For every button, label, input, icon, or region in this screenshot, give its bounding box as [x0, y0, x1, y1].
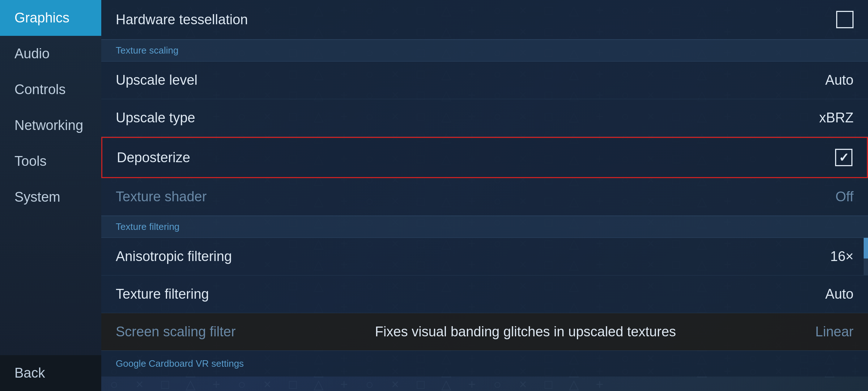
tooltip-text: Fixes visual banding glitches in upscale… — [258, 324, 794, 340]
screen-scaling-filter-row[interactable]: Screen scaling filter Fixes visual bandi… — [101, 313, 868, 350]
scrollbar-thumb[interactable] — [864, 238, 868, 258]
sidebar-item-graphics[interactable]: Graphics — [0, 0, 101, 36]
sidebar-item-audio[interactable]: Audio — [0, 36, 101, 72]
upscale-level-value: Auto — [825, 72, 854, 88]
texture-shader-value: Off — [835, 189, 854, 205]
deposterize-label: Deposterize — [117, 150, 190, 165]
sidebar-item-tools[interactable]: Tools — [0, 143, 101, 179]
deposterize-row[interactable]: Deposterize — [101, 137, 868, 178]
texture-shader-row[interactable]: Texture shader Off — [101, 178, 868, 216]
hardware-tessellation-label: Hardware tessellation — [116, 12, 248, 28]
upscale-type-value: xBRZ — [819, 110, 854, 126]
sidebar-item-networking[interactable]: Networking — [0, 108, 101, 143]
texture-scaling-header: Texture scaling — [101, 39, 868, 62]
texture-filtering-value: Auto — [825, 286, 854, 302]
upscale-level-row[interactable]: Upscale level Auto — [101, 62, 868, 99]
texture-shader-label: Texture shader — [116, 189, 207, 205]
anisotropic-filtering-row[interactable]: Anisotropic filtering 16× — [101, 238, 868, 276]
sidebar: Graphics Audio Controls Networking Tools… — [0, 0, 101, 391]
google-cardboard-header: Google Cardboard VR settings — [101, 350, 868, 377]
sidebar-item-system[interactable]: System — [0, 179, 101, 215]
anisotropic-filtering-value: 16× — [830, 249, 854, 264]
upscale-type-label: Upscale type — [116, 110, 195, 126]
texture-filtering-row[interactable]: Texture filtering Auto — [101, 276, 868, 313]
screen-scaling-filter-value: Linear — [815, 324, 854, 340]
upscale-level-label: Upscale level — [116, 72, 197, 88]
scrollbar-track[interactable] — [864, 238, 868, 275]
screen-scaling-filter-label: Screen scaling filter — [116, 324, 236, 340]
texture-filtering-label: Texture filtering — [116, 286, 209, 302]
sidebar-item-controls[interactable]: Controls — [0, 72, 101, 108]
texture-filtering-header: Texture filtering — [101, 216, 868, 238]
upscale-type-row[interactable]: Upscale type xBRZ — [101, 99, 868, 137]
deposterize-checkbox[interactable] — [835, 149, 852, 166]
anisotropic-filtering-label: Anisotropic filtering — [116, 249, 232, 264]
hardware-tessellation-checkbox[interactable] — [836, 11, 854, 28]
back-button[interactable]: Back — [0, 355, 101, 391]
hardware-tessellation-row[interactable]: Hardware tessellation — [101, 0, 868, 39]
main-content: Hardware tessellation Texture scaling Up… — [101, 0, 868, 391]
